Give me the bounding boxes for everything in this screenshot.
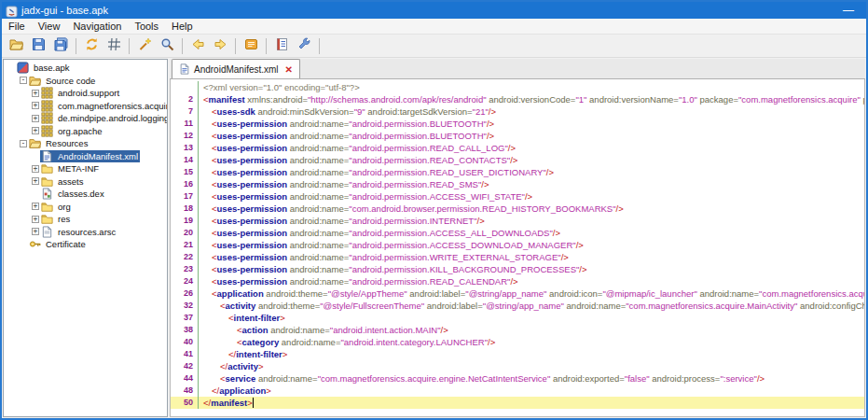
tree-item-res[interactable]: +res: [4, 213, 167, 226]
code-line[interactable]: 11<uses-permission android:name="android…: [171, 118, 864, 130]
code-line[interactable]: 12<uses-permission android:name="android…: [171, 130, 864, 142]
reload-button[interactable]: [81, 36, 102, 56]
expand-icon[interactable]: +: [32, 216, 39, 223]
save-button[interactable]: [28, 36, 48, 56]
tab-androidmanifest[interactable]: AndroidManifest.xml ✕: [172, 59, 300, 78]
code-line[interactable]: 26<application android:theme="@style/App…: [171, 287, 864, 300]
tree-item-resources-arsc[interactable]: +resources.arsc: [4, 226, 167, 239]
text-search-button[interactable]: [157, 36, 177, 56]
code-editor[interactable]: <?xml version="1.0" encoding="utf-8"?>2<…: [170, 79, 865, 417]
tree-item-de-mindpipe-android-logging-log4j[interactable]: +de.mindpipe.android.logging.log4j: [4, 112, 167, 125]
collapse-icon[interactable]: -: [20, 77, 27, 84]
preferences-button[interactable]: [294, 36, 314, 56]
code-line[interactable]: 18<uses-permission android:name="com.and…: [171, 203, 864, 215]
expand-icon[interactable]: +: [32, 177, 39, 185]
menu-tools[interactable]: Tools: [128, 20, 165, 33]
code-line[interactable]: 42</activity>: [171, 360, 864, 372]
code-line[interactable]: 24<uses-permission android:name="android…: [171, 275, 864, 287]
open-file-button[interactable]: [6, 36, 26, 56]
menu-view[interactable]: View: [32, 20, 67, 33]
tree-item-assets[interactable]: +assets: [4, 175, 167, 189]
expand-icon[interactable]: +: [32, 165, 39, 173]
tree-item-resources[interactable]: -Resources: [4, 137, 167, 150]
tab-close-icon[interactable]: ✕: [285, 64, 293, 75]
tree-item-classes-dex[interactable]: classes.dex: [4, 188, 167, 201]
tree-item-com-magnetforensics-acquire[interactable]: +com.magnetforensics.acquire: [4, 100, 167, 113]
wand-icon: [138, 37, 152, 54]
folder-open-icon: [29, 75, 41, 87]
menu-help[interactable]: Help: [165, 20, 200, 33]
tree-item-androidmanifest-xml[interactable]: AndroidManifest.xml: [4, 150, 167, 163]
expand-icon[interactable]: +: [32, 228, 39, 235]
tree-item-label: classes.dex: [56, 189, 106, 199]
folder-icon: [41, 162, 53, 175]
folder-icon: [41, 213, 53, 225]
code-line[interactable]: 20<uses-permission android:name="android…: [171, 227, 864, 239]
tree-item-org[interactable]: +org: [4, 201, 167, 214]
code-line[interactable]: 19<uses-permission android:name="android…: [171, 215, 864, 227]
code-line[interactable]: 41</intent-filter>: [171, 348, 864, 360]
tree-item-base-apk[interactable]: base.apk: [4, 62, 167, 75]
code-line[interactable]: 40<category android:name="android.intent…: [171, 336, 864, 348]
nav-back-button[interactable]: [187, 36, 208, 56]
magic-wand-button[interactable]: [134, 36, 155, 56]
code-line[interactable]: 44<service android:name="com.magnetforen…: [171, 372, 864, 385]
code-line[interactable]: 16<uses-permission android:name="android…: [171, 178, 864, 190]
nav-forward-button[interactable]: [210, 36, 230, 56]
expand-icon[interactable]: +: [32, 115, 39, 122]
expand-icon[interactable]: +: [32, 90, 39, 97]
line-number: 2: [171, 93, 199, 105]
collapse-icon[interactable]: -: [20, 140, 27, 147]
code-line[interactable]: 50</manifest>: [171, 397, 864, 409]
code-line[interactable]: 38<action android:name="android.intent.a…: [171, 324, 864, 336]
jadx-gui-window: jadx-gui - base.apk — FileViewNavigation…: [0, 0, 868, 420]
tree-item-certificate[interactable]: Certificate: [4, 238, 167, 251]
report-button[interactable]: [271, 36, 292, 56]
code-text: <uses-permission android:name="android.p…: [199, 178, 864, 190]
code-text: <uses-permission android:name="android.p…: [199, 263, 864, 275]
tree-item-android-support[interactable]: +android.support: [4, 87, 167, 100]
expand-icon[interactable]: +: [32, 203, 39, 210]
line-number: 23: [171, 263, 199, 275]
code-line[interactable]: 22<uses-permission android:name="android…: [171, 251, 864, 263]
code-text: <uses-permission android:name="android.p…: [199, 118, 864, 130]
code-line[interactable]: 17<uses-permission android:name="android…: [171, 190, 864, 203]
tree-item-label: res: [56, 214, 72, 224]
tree-item-org-apache[interactable]: +org.apache: [4, 125, 167, 138]
line-number: 18: [171, 203, 199, 215]
menu-navigation[interactable]: Navigation: [66, 20, 128, 33]
code-text: <uses-permission android:name="android.p…: [199, 251, 864, 263]
code-line[interactable]: 2<manifest xmlns:android="http://schemas…: [171, 93, 864, 105]
code-line[interactable]: 21<uses-permission android:name="android…: [171, 239, 864, 251]
tree-item-source-code[interactable]: -Source code: [4, 75, 167, 88]
arrow-right-icon: [214, 37, 227, 54]
menu-bar: FileViewNavigationToolsHelp: [2, 19, 866, 35]
code-line[interactable]: 15<uses-permission android:name="android…: [171, 166, 864, 178]
code-line[interactable]: 13<uses-permission android:name="android…: [171, 142, 864, 154]
tree-item-label: base.apk: [32, 63, 72, 73]
code-line[interactable]: 32<activity android:theme="@style/Fullsc…: [171, 300, 864, 312]
window-title: jadx-gui - base.apk: [21, 5, 834, 16]
save-all-button[interactable]: [50, 36, 71, 56]
code-line[interactable]: 48</application>: [171, 385, 864, 397]
expand-icon[interactable]: +: [32, 127, 39, 134]
code-text: <?xml version="1.0" encoding="utf-8"?>: [199, 81, 864, 93]
log-viewer-button[interactable]: [241, 36, 261, 56]
code-line[interactable]: 14<uses-permission android:name="android…: [171, 154, 864, 166]
code-line[interactable]: 23<uses-permission android:name="android…: [171, 263, 864, 275]
line-number: 12: [171, 130, 199, 142]
code-line[interactable]: 37<intent-filter>: [171, 312, 864, 324]
menu-file[interactable]: File: [2, 20, 32, 33]
code-line[interactable]: <?xml version="1.0" encoding="utf-8"?>: [171, 81, 864, 93]
code-line[interactable]: 7<uses-sdk android:minSdkVersion="9" and…: [171, 105, 864, 118]
code-text: </manifest>: [199, 397, 864, 409]
minimize-button[interactable]: —: [834, 3, 862, 18]
editor-panel: AndroidManifest.xml ✕ <?xml version="1.0…: [170, 59, 865, 417]
folder-open-icon: [9, 37, 23, 54]
key-icon: [29, 238, 41, 250]
folder-open-icon: [29, 137, 41, 149]
toolbar-separator: [76, 38, 76, 54]
deobfuscation-button[interactable]: [103, 36, 124, 56]
expand-icon[interactable]: +: [32, 102, 39, 109]
tree-item-meta-inf[interactable]: +META-INF: [4, 162, 167, 175]
